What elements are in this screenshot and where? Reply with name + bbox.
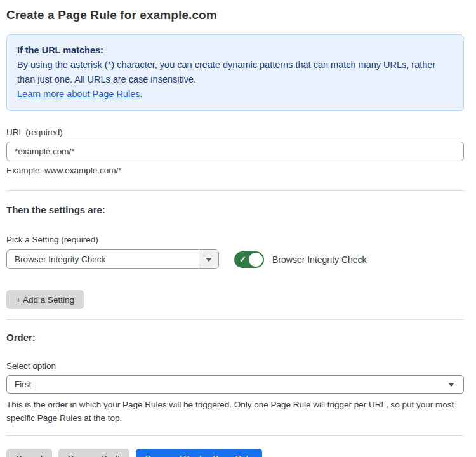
link-period: . bbox=[140, 89, 142, 99]
toggle-knob bbox=[249, 253, 263, 267]
url-match-info-box: If the URL matches: By using the asteris… bbox=[6, 34, 464, 111]
settings-section-heading: Then the settings are: bbox=[6, 204, 464, 215]
cancel-button[interactable]: Cancel bbox=[6, 449, 52, 457]
url-field-label: URL (required) bbox=[6, 128, 464, 137]
order-select-label: Select option bbox=[6, 361, 464, 371]
setting-picker-dropdown[interactable]: Browser Integrity Check bbox=[6, 249, 219, 269]
toggle-setting-label: Browser Integrity Check bbox=[272, 255, 367, 265]
order-select[interactable]: First bbox=[6, 375, 464, 394]
setting-picker-label: Pick a Setting (required) bbox=[6, 235, 464, 244]
save-as-draft-button[interactable]: Save as Draft bbox=[58, 449, 129, 457]
info-box-body: By using the asterisk (*) character, you… bbox=[17, 58, 453, 87]
check-icon: ✓ bbox=[239, 255, 246, 264]
setting-picker-value: Browser Integrity Check bbox=[7, 250, 199, 268]
footer-actions: Cancel Save as Draft Save and Deploy Pag… bbox=[6, 449, 464, 457]
info-box-heading: If the URL matches: bbox=[17, 43, 453, 58]
save-and-deploy-button[interactable]: Save and Deploy Page Rule bbox=[136, 449, 263, 457]
info-box-link-line: Learn more about Page Rules. bbox=[17, 87, 453, 102]
divider-url-settings bbox=[6, 190, 464, 191]
url-example-helper: Example: www.example.com/* bbox=[6, 166, 464, 175]
url-input[interactable] bbox=[6, 142, 464, 161]
divider-footer bbox=[6, 435, 464, 436]
browser-integrity-toggle[interactable]: ✓ bbox=[234, 251, 264, 268]
divider-settings-order bbox=[6, 319, 464, 320]
learn-more-link[interactable]: Learn more about Page Rules bbox=[17, 89, 140, 99]
setting-picker-arrow-button[interactable] bbox=[199, 250, 218, 268]
order-section-heading: Order: bbox=[6, 332, 464, 343]
page-title: Create a Page Rule for example.com bbox=[6, 8, 464, 22]
chevron-down-icon bbox=[448, 383, 454, 387]
chevron-down-icon bbox=[206, 258, 212, 262]
page-rule-form: Create a Page Rule for example.com If th… bbox=[6, 0, 464, 457]
setting-row: Browser Integrity Check ✓ Browser Integr… bbox=[6, 249, 464, 269]
add-setting-button[interactable]: + Add a Setting bbox=[6, 290, 84, 309]
order-select-value: First bbox=[15, 380, 31, 389]
order-description: This is the order in which your Page Rul… bbox=[6, 398, 460, 425]
